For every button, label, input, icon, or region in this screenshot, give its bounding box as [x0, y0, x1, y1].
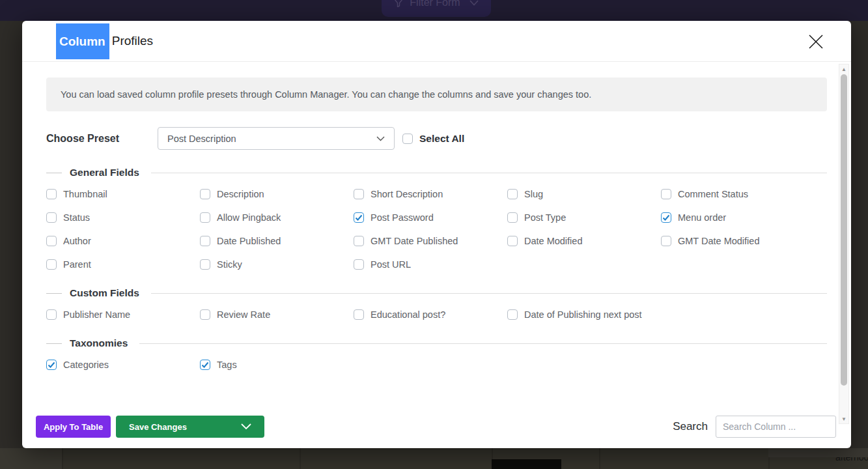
- field-checkbox-gmt-date-published[interactable]: GMT Date Published: [354, 234, 507, 247]
- column-profiles-modal: Column Profiles You can load saved colum…: [22, 21, 851, 448]
- field-label: Menu order: [678, 212, 726, 223]
- search-column-input[interactable]: [716, 416, 836, 438]
- field-checkbox-post-password[interactable]: Post Password: [354, 211, 507, 223]
- checkbox-unchecked-icon: [200, 259, 210, 270]
- checkbox-unchecked-icon: [507, 309, 518, 320]
- section-header: General Fields: [46, 167, 827, 178]
- field-checkbox-review-rate[interactable]: Review Rate: [200, 308, 354, 320]
- modal-title: Column Profiles: [56, 23, 153, 59]
- section-title: General Fields: [70, 167, 139, 178]
- field-label: Categories: [63, 360, 109, 370]
- field-label: Educational post?: [371, 309, 445, 320]
- field-label: Allow Pingback: [217, 212, 281, 223]
- field-checkbox-comment-status[interactable]: Comment Status: [661, 188, 815, 200]
- field-label: Short Description: [371, 189, 443, 199]
- section-title: Custom Fields: [70, 287, 139, 299]
- select-all-label: Select All: [419, 133, 464, 145]
- search-label: Search: [673, 420, 708, 433]
- filter-form-button[interactable]: Filter Form: [382, 0, 491, 17]
- info-banner: You can load saved column profile preset…: [46, 78, 827, 111]
- field-checkbox-date-of-publishing-next-post[interactable]: Date of Publishing next post: [507, 308, 661, 320]
- apply-to-table-button[interactable]: Apply To Table: [36, 416, 111, 438]
- field-label: Tags: [217, 360, 237, 370]
- field-checkbox-slug[interactable]: Slug: [507, 188, 661, 200]
- checkbox-unchecked-icon: [354, 189, 364, 199]
- section-divider: [151, 293, 827, 294]
- field-checkbox-publisher-name[interactable]: Publisher Name: [46, 308, 200, 320]
- checkbox-unchecked-icon: [200, 212, 210, 223]
- preset-row: Choose Preset Post Description Select Al…: [46, 127, 827, 150]
- checkbox-checked-icon: [661, 212, 671, 223]
- select-all-checkbox[interactable]: Select All: [402, 132, 464, 145]
- checkbox-unchecked-icon: [354, 259, 364, 270]
- field-checkbox-post-url[interactable]: Post URL: [354, 258, 507, 270]
- scroll-up-arrow-icon[interactable]: ▲: [839, 64, 848, 74]
- checkbox-unchecked-icon: [661, 236, 671, 246]
- field-label: GMT Date Published: [371, 236, 458, 246]
- table-divider: [62, 448, 63, 469]
- section-dash: [46, 343, 62, 344]
- modal-body: You can load saved column profile preset…: [22, 63, 838, 405]
- checkbox-grid: ThumbnailDescriptionShort DescriptionSlu…: [46, 188, 827, 270]
- section-divider: [139, 343, 827, 344]
- footer-search: Search: [673, 416, 836, 438]
- checkbox-unchecked-icon: [46, 212, 57, 223]
- checkbox-unchecked-icon: [46, 189, 57, 199]
- field-checkbox-gmt-date-modified[interactable]: GMT Date Modified: [661, 234, 815, 247]
- field-label: Description: [217, 189, 264, 199]
- checkbox-unchecked-icon: [200, 309, 210, 320]
- field-checkbox-allow-pingback[interactable]: Allow Pingback: [200, 211, 354, 223]
- chevron-down-icon: [469, 0, 479, 6]
- checkbox-unchecked-icon: [507, 189, 518, 199]
- table-cell: [768, 448, 868, 457]
- modal-header: Column Profiles: [22, 21, 851, 62]
- table-dark-cell: [492, 459, 561, 469]
- field-checkbox-educational-post[interactable]: Educational post?: [354, 308, 507, 320]
- field-label: Author: [63, 236, 91, 246]
- field-checkbox-status[interactable]: Status: [46, 211, 200, 223]
- preset-select[interactable]: Post Description: [158, 127, 395, 150]
- field-checkbox-date-published[interactable]: Date Published: [200, 234, 354, 247]
- field-label: Thumbnail: [63, 189, 107, 199]
- checkbox-unchecked-icon: [46, 236, 57, 246]
- field-label: Date of Publishing next post: [524, 309, 642, 320]
- vertical-scrollbar[interactable]: ▲ ▼: [839, 64, 849, 424]
- choose-preset-label: Choose Preset: [46, 133, 158, 145]
- field-checkbox-description[interactable]: Description: [200, 188, 354, 200]
- field-checkbox-tags[interactable]: Tags: [200, 358, 354, 371]
- checkbox-unchecked-icon: [46, 259, 57, 270]
- field-checkbox-date-modified[interactable]: Date Modified: [507, 234, 661, 247]
- field-checkbox-thumbnail[interactable]: Thumbnail: [46, 188, 200, 200]
- field-checkbox-short-description[interactable]: Short Description: [354, 188, 507, 200]
- save-changes-button[interactable]: Save Changes: [116, 416, 264, 438]
- field-checkbox-post-type[interactable]: Post Type: [507, 211, 661, 223]
- modal-footer: Apply To Table Save Changes Search: [22, 405, 851, 448]
- field-label: Status: [63, 212, 90, 223]
- checkbox-unchecked-icon: [46, 309, 57, 320]
- field-checkbox-menu-order[interactable]: Menu order: [661, 211, 815, 223]
- checkbox-unchecked-icon: [354, 309, 364, 320]
- checkbox-unchecked-icon: [661, 189, 671, 199]
- checkbox-unchecked-icon: [507, 236, 518, 246]
- filter-icon: [394, 0, 403, 7]
- checkbox-checked-icon: [46, 360, 57, 370]
- dimmed-table-background: afternoon: [0, 448, 868, 469]
- field-label: Comment Status: [678, 189, 748, 199]
- field-checkbox-author[interactable]: Author: [46, 234, 200, 247]
- select-all-wrap: Select All: [402, 132, 464, 145]
- field-label: Publisher Name: [63, 309, 130, 320]
- field-label: Post Password: [371, 212, 434, 223]
- field-checkbox-parent[interactable]: Parent: [46, 258, 200, 270]
- checkbox-grid: CategoriesTags: [46, 358, 827, 371]
- checkbox-checked-icon: [200, 360, 210, 370]
- chevron-down-icon: [241, 423, 251, 430]
- field-checkbox-sticky[interactable]: Sticky: [200, 258, 354, 270]
- field-label: Date Modified: [524, 236, 582, 246]
- section-divider: [151, 173, 827, 173]
- close-icon[interactable]: [807, 33, 825, 51]
- scrollbar-thumb[interactable]: [841, 74, 847, 386]
- save-changes-label: Save Changes: [129, 422, 187, 432]
- section-header: Taxonomies: [46, 337, 827, 349]
- field-checkbox-categories[interactable]: Categories: [46, 358, 200, 371]
- checkbox-unchecked-icon: [354, 236, 364, 246]
